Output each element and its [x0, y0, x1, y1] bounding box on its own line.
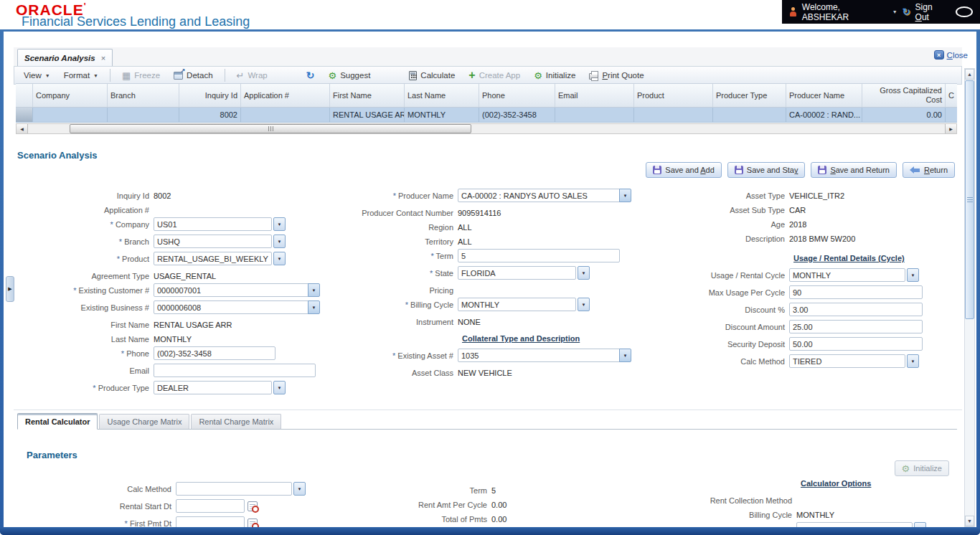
producer-name-dropdown-icon[interactable]: ▼ — [619, 189, 631, 202]
grid-column-email[interactable]: Email — [555, 84, 634, 108]
grid-column-application-[interactable]: Application # — [241, 84, 330, 108]
scroll-left-arrow-icon[interactable]: ◀ — [17, 124, 28, 133]
producer-type-input[interactable] — [154, 381, 272, 394]
phone-input[interactable] — [154, 346, 275, 360]
grid-column-branch[interactable]: Branch — [108, 84, 179, 108]
discount-amount-input[interactable] — [789, 320, 923, 333]
grid-cell[interactable] — [634, 108, 713, 123]
subtab-rental-calculator[interactable]: Rental Calculator — [17, 413, 98, 430]
horizontal-scroll-thumb[interactable] — [70, 124, 471, 133]
vertical-scrollbar[interactable]: ▲ ▼ — [964, 68, 975, 527]
grid-cell[interactable] — [108, 108, 179, 123]
param-calc-method-input[interactable] — [176, 482, 292, 496]
grid-cell[interactable]: (002)-352-3458 — [479, 108, 555, 123]
detach-button[interactable]: Detach — [171, 70, 215, 80]
calc-method-input[interactable] — [789, 354, 905, 368]
grid-cell[interactable]: RENTAL USAGE ARR — [330, 108, 405, 123]
state-dropdown-icon[interactable]: ▼ — [578, 266, 590, 280]
grid-column-row-selector[interactable] — [16, 84, 33, 108]
state-input[interactable] — [458, 266, 576, 280]
grid-cell[interactable]: CA-00002 : RAND... — [786, 108, 862, 123]
grid-column-producer-type[interactable]: Producer Type — [713, 84, 786, 108]
print-quote-button[interactable]: Print Quote — [587, 70, 646, 80]
param-calc-method-dropdown-icon[interactable]: ▼ — [293, 482, 306, 496]
scroll-right-arrow-icon[interactable]: ▶ — [945, 124, 956, 133]
company-input[interactable] — [154, 217, 272, 231]
grid-cell[interactable]: 8002 — [179, 108, 241, 123]
grid-column-first-name[interactable]: First Name — [330, 84, 405, 108]
tab-scenario-analysis[interactable]: Scenario Analysis × — [17, 49, 113, 66]
save-and-return-button[interactable]: Save and Return — [811, 162, 897, 178]
format-menu[interactable]: Format▼ — [62, 70, 100, 80]
grid-column-company[interactable]: Company — [33, 84, 108, 108]
freeze-button[interactable]: ▦Freeze — [120, 70, 162, 81]
horizontal-scrollbar[interactable]: ◀ ▶ — [16, 123, 957, 134]
rental-start-dt-input[interactable] — [176, 499, 245, 513]
grid-cell[interactable] — [241, 108, 330, 123]
existing-business-number-dropdown-icon[interactable]: ▼ — [308, 300, 320, 314]
grid-selected-row[interactable]: 8002RENTAL USAGE ARRMONTHLY(002)-352-345… — [16, 108, 957, 123]
existing-business-number-input[interactable] — [154, 300, 308, 314]
producer-type-dropdown-icon[interactable]: ▼ — [273, 381, 286, 394]
scroll-down-arrow-icon[interactable]: ▼ — [965, 516, 974, 526]
grid-column-inquiry-id[interactable]: Inquiry Id — [179, 84, 241, 108]
sign-out-link[interactable]: Sign Out — [915, 2, 948, 22]
producer-name-input[interactable] — [458, 189, 620, 202]
usage-rental-cycle-dropdown-icon[interactable]: ▼ — [907, 268, 919, 282]
grid-column-product[interactable]: Product — [634, 84, 713, 108]
billing-cycle-input[interactable] — [458, 298, 576, 311]
branch-dropdown-icon[interactable]: ▼ — [273, 235, 286, 248]
calculate-button[interactable]: Calculate — [407, 70, 457, 81]
grid-column-last-name[interactable]: Last Name — [405, 84, 479, 108]
wrap-button[interactable]: ↵Wrap — [235, 70, 270, 81]
welcome-text[interactable]: Welcome, ABSHEKAR — [802, 2, 887, 22]
term-input[interactable] — [458, 249, 620, 262]
close-link-text[interactable]: Close — [947, 51, 968, 60]
save-and-stay-button[interactable]: Save and Stay — [727, 162, 806, 178]
return-button[interactable]: Return — [903, 162, 955, 178]
branch-input[interactable] — [154, 235, 272, 248]
window-close-button[interactable]: × Close — [934, 50, 968, 60]
existing-customer-number-input[interactable] — [154, 283, 308, 297]
suggest-button[interactable]: ⚙Suggest — [326, 70, 372, 81]
panel-collapse-handle[interactable]: ▶ — [6, 276, 14, 302]
grid-column-phone[interactable]: Phone — [479, 84, 555, 108]
grid-column-gross-capitalized-cost[interactable]: Gross Capitalized Cost — [862, 84, 946, 108]
product-dropdown-icon[interactable]: ▼ — [273, 252, 286, 265]
product-input[interactable] — [154, 252, 272, 265]
vertical-scroll-thumb[interactable] — [965, 80, 974, 319]
existing-asset-number-input[interactable] — [458, 349, 620, 362]
grid-cell[interactable] — [555, 108, 634, 123]
save-and-add-button[interactable]: Save and Add — [646, 162, 722, 178]
usage-rental-cycle-input[interactable] — [789, 268, 905, 282]
grid-column-c[interactable]: C — [946, 84, 957, 108]
grid-column-producer-name[interactable]: Producer Name — [786, 84, 862, 108]
param-extra-input[interactable] — [796, 522, 913, 527]
first-pmt-dt-input[interactable] — [176, 516, 245, 527]
company-dropdown-icon[interactable]: ▼ — [273, 217, 286, 231]
scroll-up-arrow-icon[interactable]: ▲ — [965, 69, 974, 80]
existing-customer-number-dropdown-icon[interactable]: ▼ — [308, 283, 320, 297]
tab-close-icon[interactable]: × — [101, 54, 105, 62]
security-deposit-input[interactable] — [789, 337, 923, 351]
rental-start-dt-date-picker-icon[interactable] — [248, 501, 258, 511]
create-app-button[interactable]: +Create App — [466, 70, 522, 81]
calc-method-dropdown-icon[interactable]: ▼ — [907, 354, 919, 368]
grid-cell[interactable]: 0.00 — [862, 108, 946, 123]
view-menu[interactable]: View▼ — [22, 70, 52, 80]
user-menu-caret-icon[interactable]: ▼ — [892, 9, 897, 14]
grid-cell[interactable] — [33, 108, 108, 123]
first-pmt-dt-date-picker-icon[interactable] — [248, 519, 258, 528]
existing-asset-number-dropdown-icon[interactable]: ▼ — [619, 349, 631, 362]
initialize-button[interactable]: ⚙Initialize — [532, 70, 578, 81]
grid-cell[interactable] — [946, 108, 957, 123]
param-extra-dropdown-icon[interactable]: ▼ — [914, 522, 926, 527]
email-input[interactable] — [154, 364, 316, 377]
subtab-rental-charge-matrix[interactable]: Rental Charge Matrix — [191, 414, 281, 429]
parameters-initialize-button[interactable]: ⚙ Initialize — [895, 460, 949, 476]
discount-pct-input[interactable] — [789, 303, 923, 316]
max-usage-per-cycle-input[interactable] — [789, 285, 923, 299]
billing-cycle-dropdown-icon[interactable]: ▼ — [578, 298, 590, 311]
refresh-button[interactable]: ↻ — [304, 70, 317, 81]
grid-cell[interactable] — [713, 108, 786, 123]
